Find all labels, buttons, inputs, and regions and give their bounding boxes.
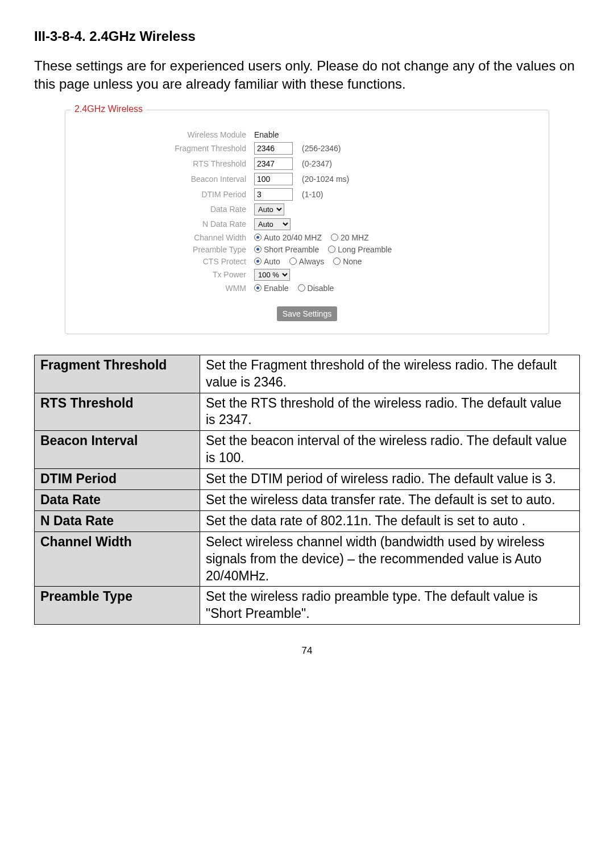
data-rate-label: Data Rate: [81, 205, 254, 214]
section-heading: III-3-8-4. 2.4GHz Wireless: [34, 28, 580, 44]
panel-legend: 2.4GHz Wireless: [71, 104, 146, 114]
preamble-long-radio[interactable]: Long Preamble: [328, 245, 392, 254]
wmm-enable-radio[interactable]: Enable: [254, 284, 289, 293]
preamble-short-radio[interactable]: Short Preamble: [254, 245, 319, 254]
rts-threshold-input[interactable]: [254, 157, 293, 170]
table-row: RTS Threshold Set the RTS threshold of t…: [35, 393, 580, 431]
beacon-interval-input[interactable]: [254, 173, 293, 185]
beacon-interval-range: (20-1024 ms): [302, 175, 349, 184]
page-number: 74: [34, 645, 580, 657]
desc-name: Preamble Type: [35, 587, 200, 625]
n-data-rate-select[interactable]: Auto: [254, 218, 291, 230]
data-rate-select[interactable]: Auto: [254, 203, 284, 215]
table-row: Preamble Type Set the wireless radio pre…: [35, 587, 580, 625]
table-row: Beacon Interval Set the beacon interval …: [35, 431, 580, 469]
fragment-threshold-input[interactable]: [254, 142, 293, 155]
desc-text: Set the Fragment threshold of the wirele…: [200, 355, 580, 393]
cts-protect-label: CTS Protect: [81, 257, 254, 266]
desc-text: Set the RTS threshold of the wireless ra…: [200, 393, 580, 431]
table-row: Data Rate Set the wireless data transfer…: [35, 490, 580, 511]
desc-name: Data Rate: [35, 490, 200, 511]
table-row: Fragment Threshold Set the Fragment thre…: [35, 355, 580, 393]
wmm-disable-radio[interactable]: Disable: [298, 284, 334, 293]
channel-width-label: Channel Width: [81, 233, 254, 242]
radio-icon: [254, 284, 262, 292]
wireless-module-label: Wireless Module: [81, 130, 254, 139]
tx-power-select[interactable]: 100 %: [254, 269, 290, 281]
desc-name: RTS Threshold: [35, 393, 200, 431]
table-row: Channel Width Select wireless channel wi…: [35, 531, 580, 587]
wmm-label: WMM: [81, 284, 254, 293]
desc-text: Set the beacon interval of the wireless …: [200, 431, 580, 469]
fragment-threshold-range: (256-2346): [302, 144, 341, 153]
table-row: DTIM Period Set the DTIM period of wirel…: [35, 469, 580, 490]
tx-power-label: Tx Power: [81, 270, 254, 279]
rts-threshold-range: (0-2347): [302, 159, 332, 168]
radio-icon: [289, 258, 297, 265]
radio-icon: [254, 258, 262, 265]
desc-name: N Data Rate: [35, 510, 200, 531]
desc-name: Beacon Interval: [35, 431, 200, 469]
radio-icon: [254, 234, 262, 241]
table-row: N Data Rate Set the data rate of 802.11n…: [35, 510, 580, 531]
dtim-period-range: (1-10): [302, 190, 323, 199]
fragment-threshold-label: Fragment Threshold: [81, 144, 254, 153]
desc-name: Channel Width: [35, 531, 200, 587]
preamble-type-label: Preamble Type: [81, 245, 254, 254]
desc-text: Set the wireless radio preamble type. Th…: [200, 587, 580, 625]
description-table: Fragment Threshold Set the Fragment thre…: [34, 355, 580, 625]
cts-none-radio[interactable]: None: [333, 257, 362, 266]
beacon-interval-label: Beacon Interval: [81, 175, 254, 184]
intro-paragraph: These settings are for experienced users…: [34, 57, 580, 94]
radio-icon: [254, 246, 262, 253]
channel-width-auto-radio[interactable]: Auto 20/40 MHZ: [254, 233, 322, 242]
desc-name: DTIM Period: [35, 469, 200, 490]
save-settings-button[interactable]: Save Settings: [277, 306, 337, 321]
radio-icon: [331, 234, 338, 241]
dtim-period-label: DTIM Period: [81, 190, 254, 199]
cts-always-radio[interactable]: Always: [289, 257, 324, 266]
n-data-rate-label: N Data Rate: [81, 219, 254, 229]
dtim-period-input[interactable]: [254, 188, 293, 201]
radio-icon: [328, 246, 335, 253]
desc-text: Set the wireless data transfer rate. The…: [200, 490, 580, 511]
radio-icon: [298, 284, 305, 292]
channel-width-20-radio[interactable]: 20 MHZ: [331, 233, 369, 242]
desc-name: Fragment Threshold: [35, 355, 200, 393]
wireless-module-value: Enable: [254, 130, 279, 139]
radio-icon: [333, 258, 341, 265]
desc-text: Set the data rate of 802.11n. The defaul…: [200, 510, 580, 531]
wireless-settings-panel: 2.4GHz Wireless Wireless Module Enable F…: [65, 110, 549, 334]
desc-text: Set the DTIM period of wireless radio. T…: [200, 469, 580, 490]
rts-threshold-label: RTS Threshold: [81, 159, 254, 168]
desc-text: Select wireless channel width (bandwidth…: [200, 531, 580, 587]
cts-auto-radio[interactable]: Auto: [254, 257, 280, 266]
